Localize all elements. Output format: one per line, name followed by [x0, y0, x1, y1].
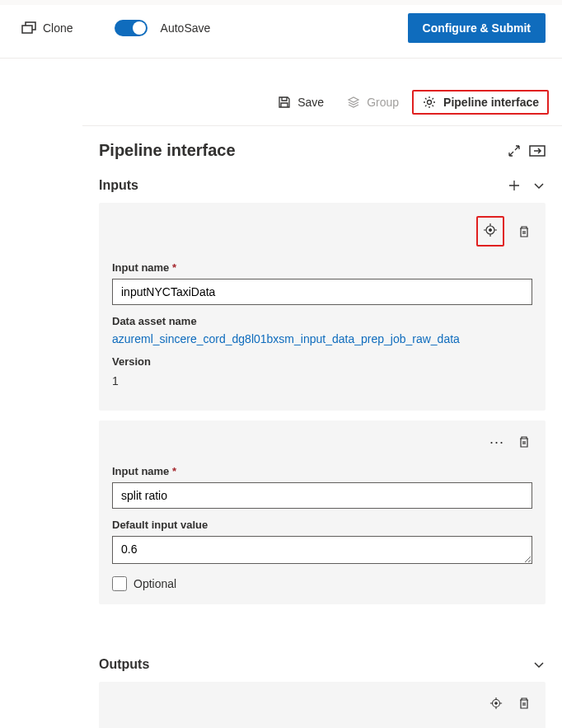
add-input-button[interactable] [508, 179, 521, 192]
delete-output-button[interactable] [516, 695, 532, 712]
more-options-button[interactable]: ··· [489, 438, 504, 446]
input-card: ··· Input name * Default input value 0.6… [99, 420, 546, 604]
delete-input-button[interactable] [516, 434, 532, 450]
output-card: Output name * Type [99, 682, 546, 728]
clone-label: Clone [43, 21, 73, 35]
inputs-title: Inputs [99, 178, 508, 193]
group-label: Group [367, 96, 399, 109]
clone-button[interactable]: Clone [16, 18, 78, 38]
locate-input-button[interactable] [476, 216, 504, 247]
group-icon [347, 96, 360, 109]
save-button[interactable]: Save [268, 91, 334, 114]
toolbar: Save Group Pipeline interface [0, 80, 562, 125]
svg-point-6 [495, 702, 498, 705]
trash-icon [518, 225, 531, 238]
data-asset-link[interactable]: azureml_sincere_cord_dg8l01bxsm_input_da… [112, 332, 532, 345]
input-name-label: Input name * [112, 261, 532, 274]
locate-output-button[interactable] [488, 695, 504, 712]
input-name-field[interactable] [112, 279, 532, 305]
dock-icon[interactable] [529, 144, 546, 157]
expand-icon[interactable] [508, 144, 521, 157]
top-bar: Clone AutoSave Configure & Submit [0, 5, 562, 59]
trash-icon [518, 697, 531, 710]
save-icon [278, 96, 291, 109]
autosave-label: AutoSave [161, 21, 211, 35]
group-button: Group [337, 91, 409, 114]
outputs-section: Outputs Output name * Type [82, 649, 562, 728]
trash-icon [518, 435, 531, 449]
clone-icon [21, 21, 36, 35]
default-value-label: Default input value [112, 519, 532, 531]
data-asset-label: Data asset name [112, 315, 532, 327]
panel-title: Pipeline interface [99, 141, 499, 160]
input-name-label: Input name * [112, 465, 532, 477]
svg-point-1 [428, 101, 432, 105]
version-value: 1 [112, 373, 532, 387]
pipeline-interface-button[interactable]: Pipeline interface [412, 90, 549, 115]
optional-checkbox[interactable] [112, 576, 127, 591]
plus-icon [508, 179, 521, 192]
version-label: Version [112, 355, 532, 368]
pipeline-interface-panel: Pipeline interface Inputs Input name * [82, 125, 562, 728]
input-card: Input name * Data asset name azureml_sin… [99, 203, 546, 411]
pipeline-interface-label: Pipeline interface [443, 96, 539, 109]
autosave-toggle[interactable] [115, 20, 148, 36]
save-label: Save [297, 96, 324, 109]
gear-icon [422, 95, 437, 110]
chevron-down-icon [532, 179, 546, 192]
locate-icon [489, 697, 503, 710]
optional-label: Optional [133, 577, 176, 590]
collapse-outputs-button[interactable] [532, 658, 546, 671]
outputs-title: Outputs [99, 657, 532, 672]
configure-submit-button[interactable]: Configure & Submit [408, 13, 546, 43]
svg-rect-0 [22, 26, 32, 33]
default-value-field[interactable]: 0.6 [112, 536, 532, 564]
input-name-field[interactable] [112, 482, 532, 509]
inputs-section: Inputs Input name * Data asset name azur… [82, 170, 562, 627]
locate-icon [483, 223, 498, 237]
collapse-inputs-button[interactable] [532, 179, 546, 192]
chevron-down-icon [532, 658, 546, 671]
delete-input-button[interactable] [516, 223, 532, 240]
svg-point-4 [489, 229, 492, 232]
